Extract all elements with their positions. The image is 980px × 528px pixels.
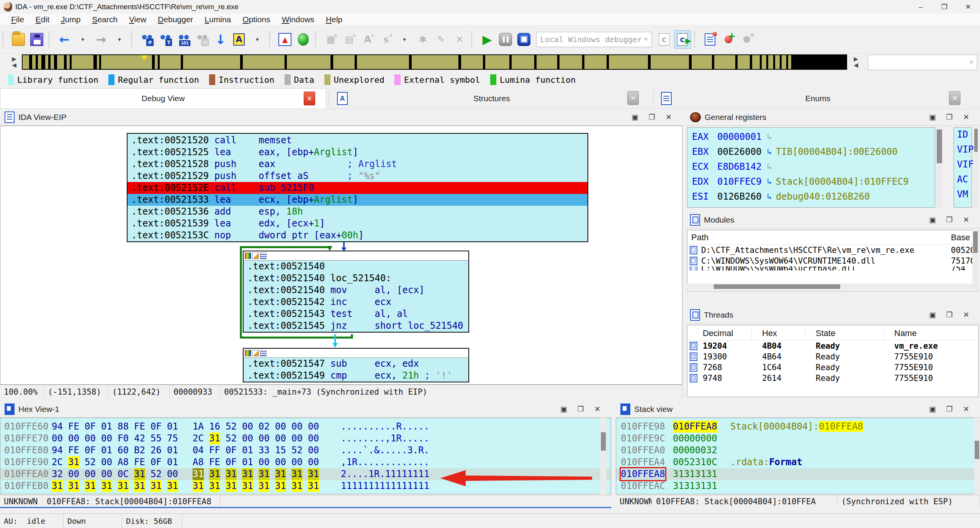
disasm-line[interactable]: .text:0052153C nop dword ptr [eax+00h] bbox=[128, 230, 587, 241]
step-c-button[interactable] bbox=[656, 30, 672, 49]
hex-byte[interactable]: FE bbox=[134, 421, 145, 433]
hex-byte[interactable]: 00 bbox=[242, 433, 253, 444]
disasm-line[interactable]: .text:00521539 lea edx, [ecx+1] bbox=[128, 218, 587, 230]
stack-row[interactable]: 010FFEAC31313131 bbox=[616, 480, 980, 492]
flag-vm[interactable]: VM bbox=[957, 189, 972, 204]
module-row[interactable]: C:\WINDOWS\SysWOW64\ucrtbase.dll754 bbox=[687, 266, 978, 271]
disasm-line[interactable]: .text:00521549 cmp ecx, 21h ; '!' bbox=[244, 370, 468, 382]
hex-byte[interactable]: 31 bbox=[193, 468, 204, 480]
hex-byte[interactable]: 55 bbox=[151, 433, 162, 444]
module-row[interactable]: D:\CTF_Attachments\HSCCTF\Re\vm_re\vm_re… bbox=[687, 245, 978, 256]
hex-byte[interactable]: 00 bbox=[308, 421, 319, 433]
hex-byte[interactable]: A8 bbox=[193, 456, 204, 468]
close-icon[interactable]: ✕ bbox=[958, 403, 975, 416]
close-icon[interactable]: ✕ bbox=[958, 308, 975, 321]
modules-hscrollbar[interactable] bbox=[687, 284, 978, 290]
hex-byte[interactable]: A8 bbox=[118, 456, 129, 468]
menu-item-debugger[interactable]: Debugger bbox=[152, 15, 199, 24]
hex-row[interactable]: 010FFE8094FE0F0160B2260104FF0F0133155200… bbox=[0, 444, 611, 456]
threads-table[interactable]: DecimalHexStateName192044B04Readyvm_re.e… bbox=[687, 325, 978, 397]
column-hex[interactable]: Hex bbox=[762, 328, 777, 338]
hex-byte[interactable]: 32 bbox=[52, 468, 63, 480]
caret-button[interactable] bbox=[111, 30, 128, 49]
hex-byte[interactable]: 52 bbox=[291, 444, 303, 456]
hex-byte[interactable]: 31 bbox=[275, 468, 286, 480]
modules-vscrollbar[interactable] bbox=[972, 230, 978, 284]
hex-byte[interactable]: 15 bbox=[275, 444, 286, 456]
hex-byte[interactable]: 01 bbox=[167, 444, 178, 456]
hex-byte[interactable]: 42 bbox=[134, 433, 145, 444]
block-edit-icon[interactable] bbox=[252, 350, 259, 356]
hex-byte[interactable]: 00 bbox=[308, 433, 319, 444]
navigator-combo[interactable]: ˅ bbox=[868, 55, 977, 70]
hex-byte[interactable]: 31 bbox=[134, 468, 145, 480]
thread-row[interactable]: 72681C64Ready7755E910 bbox=[687, 362, 978, 373]
float-icon[interactable]: ❐ bbox=[643, 111, 660, 124]
hex-byte[interactable]: 26 bbox=[151, 444, 162, 456]
open-button[interactable] bbox=[10, 30, 27, 49]
disasm-line[interactable]: .text:00521533 lea ecx, [ebp+Arglist] bbox=[128, 194, 587, 206]
hex-byte[interactable]: 31 bbox=[308, 480, 319, 492]
column-name[interactable]: Name bbox=[894, 328, 917, 338]
hex-byte[interactable]: 0F bbox=[85, 444, 96, 456]
hex-byte[interactable]: 01 bbox=[101, 444, 112, 456]
thread-row[interactable]: 97482614Ready7755E910 bbox=[687, 373, 978, 384]
hex-byte[interactable]: 00 bbox=[291, 421, 303, 433]
hex-byte[interactable]: 31 bbox=[226, 468, 237, 480]
hex-byte[interactable]: 52 bbox=[226, 433, 237, 444]
hex-row[interactable]: 010FFE902C315200A8FE0F01A8FE0F0100000000… bbox=[0, 456, 611, 468]
disasm-line[interactable]: .text:00521536 add esp, 18h bbox=[128, 206, 587, 218]
navband-scroll-left[interactable]: ▶◀ bbox=[9, 54, 19, 70]
hex-byte[interactable]: 00 bbox=[275, 456, 286, 468]
stack-scrollbar[interactable] bbox=[974, 418, 980, 494]
navigation-band[interactable] bbox=[22, 54, 847, 70]
flag-ac[interactable]: AC bbox=[957, 174, 972, 189]
hex-byte[interactable]: 31 bbox=[275, 480, 286, 492]
hex-byte[interactable]: 0F bbox=[226, 456, 237, 468]
hex-byte[interactable]: 31 bbox=[193, 480, 204, 492]
close-button[interactable]: ✕ bbox=[956, 0, 980, 13]
close-icon[interactable]: ✕ bbox=[589, 403, 606, 416]
hex-byte[interactable]: 00 bbox=[101, 456, 112, 468]
menu-item-help[interactable]: Help bbox=[320, 15, 348, 24]
disasm-line[interactable]: .text:00521520 call memset bbox=[128, 134, 587, 146]
hex-byte[interactable]: 00 bbox=[101, 468, 112, 480]
menu-item-options[interactable]: Options bbox=[237, 15, 276, 24]
resume-green-button[interactable] bbox=[295, 30, 312, 49]
hex-byte[interactable]: 00 bbox=[275, 421, 286, 433]
maximize-icon[interactable]: ▣ bbox=[924, 111, 941, 124]
column-base[interactable]: Base bbox=[951, 233, 970, 243]
block-color-icon[interactable] bbox=[245, 350, 251, 356]
hex-byte[interactable]: 00 bbox=[258, 456, 270, 468]
hex-byte[interactable]: 00 bbox=[308, 444, 319, 456]
hex-byte[interactable]: 31 bbox=[209, 480, 220, 492]
hex-byte[interactable]: 0F bbox=[151, 421, 162, 433]
maximize-icon[interactable]: ▣ bbox=[924, 213, 941, 226]
hex-byte[interactable]: 04 bbox=[193, 444, 204, 456]
block-group-icon[interactable] bbox=[260, 253, 267, 259]
stack-row[interactable]: 010FFE98010FFEA8Stack[00004B04]:010FFEA8 bbox=[616, 421, 980, 433]
menu-item-windows[interactable]: Windows bbox=[276, 15, 320, 24]
disasm-line[interactable]: .text:00521528 push eax ; Arglist bbox=[128, 158, 587, 170]
hex-byte[interactable]: 31 bbox=[291, 480, 303, 492]
hex-byte[interactable]: 2C bbox=[193, 433, 204, 444]
tab-enums[interactable]: Enums✕ bbox=[656, 88, 980, 108]
back-button[interactable] bbox=[56, 30, 73, 49]
hex-byte[interactable]: 31 bbox=[134, 480, 145, 492]
close-icon[interactable]: ✕ bbox=[660, 111, 677, 124]
hex-byte[interactable]: 00 bbox=[308, 456, 319, 468]
modules-table[interactable]: PathBaseD:\CTF_Attachments\HSCCTF\Re\vm_… bbox=[687, 230, 978, 291]
search-text-button[interactable] bbox=[157, 30, 174, 49]
hex-byte[interactable]: 00 bbox=[258, 433, 270, 444]
play-button[interactable] bbox=[479, 30, 496, 49]
hex-byte[interactable]: 52 bbox=[226, 421, 237, 433]
hex-byte[interactable]: FE bbox=[68, 421, 79, 433]
hex-byte[interactable]: 31 bbox=[85, 480, 96, 492]
hex-byte[interactable]: 60 bbox=[118, 444, 129, 456]
maximize-icon[interactable]: ▣ bbox=[555, 403, 572, 416]
hex-byte[interactable]: 1A bbox=[193, 421, 204, 433]
hex-byte[interactable]: 52 bbox=[151, 468, 162, 480]
tab-debug-view[interactable]: Debug View✕ bbox=[0, 88, 326, 108]
hex-byte[interactable]: 0C bbox=[118, 468, 129, 480]
hex-byte[interactable]: 31 bbox=[242, 468, 253, 480]
